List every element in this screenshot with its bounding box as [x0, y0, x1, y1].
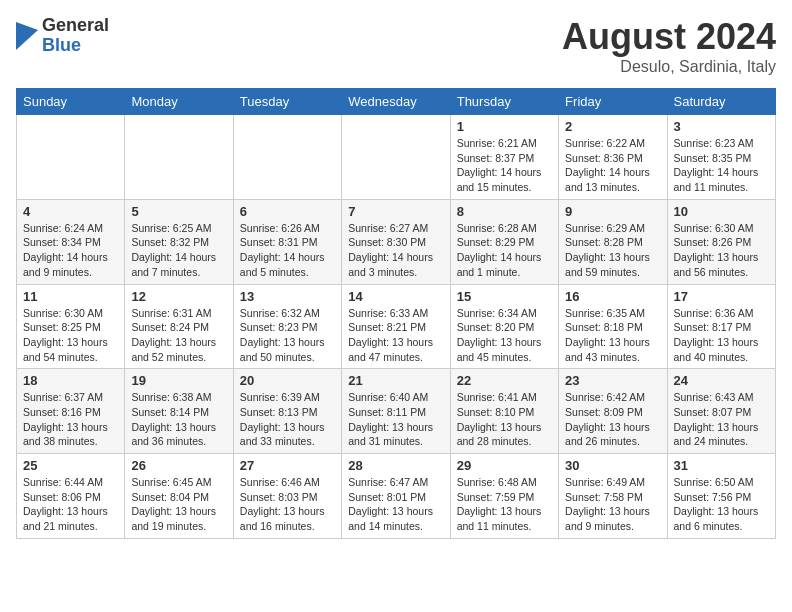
calendar-week-row: 4Sunrise: 6:24 AMSunset: 8:34 PMDaylight…	[17, 199, 776, 284]
logo: General Blue	[16, 16, 109, 56]
day-info: Sunrise: 6:44 AMSunset: 8:06 PMDaylight:…	[23, 475, 118, 534]
day-info: Sunrise: 6:32 AMSunset: 8:23 PMDaylight:…	[240, 306, 335, 365]
calendar-week-row: 11Sunrise: 6:30 AMSunset: 8:25 PMDayligh…	[17, 284, 776, 369]
day-info: Sunrise: 6:47 AMSunset: 8:01 PMDaylight:…	[348, 475, 443, 534]
calendar-cell: 11Sunrise: 6:30 AMSunset: 8:25 PMDayligh…	[17, 284, 125, 369]
day-of-week-header: Friday	[559, 89, 667, 115]
calendar-week-row: 25Sunrise: 6:44 AMSunset: 8:06 PMDayligh…	[17, 454, 776, 539]
day-info: Sunrise: 6:41 AMSunset: 8:10 PMDaylight:…	[457, 390, 552, 449]
calendar-cell: 18Sunrise: 6:37 AMSunset: 8:16 PMDayligh…	[17, 369, 125, 454]
day-info: Sunrise: 6:36 AMSunset: 8:17 PMDaylight:…	[674, 306, 769, 365]
page-header: General Blue August 2024 Desulo, Sardini…	[16, 16, 776, 76]
calendar-cell	[17, 115, 125, 200]
calendar-cell: 25Sunrise: 6:44 AMSunset: 8:06 PMDayligh…	[17, 454, 125, 539]
calendar-cell: 22Sunrise: 6:41 AMSunset: 8:10 PMDayligh…	[450, 369, 558, 454]
day-info: Sunrise: 6:21 AMSunset: 8:37 PMDaylight:…	[457, 136, 552, 195]
calendar-cell: 24Sunrise: 6:43 AMSunset: 8:07 PMDayligh…	[667, 369, 775, 454]
calendar-table: SundayMondayTuesdayWednesdayThursdayFrid…	[16, 88, 776, 539]
calendar-cell: 1Sunrise: 6:21 AMSunset: 8:37 PMDaylight…	[450, 115, 558, 200]
day-info: Sunrise: 6:30 AMSunset: 8:26 PMDaylight:…	[674, 221, 769, 280]
month-year: August 2024	[562, 16, 776, 58]
location: Desulo, Sardinia, Italy	[562, 58, 776, 76]
calendar-cell: 31Sunrise: 6:50 AMSunset: 7:56 PMDayligh…	[667, 454, 775, 539]
calendar-cell: 6Sunrise: 6:26 AMSunset: 8:31 PMDaylight…	[233, 199, 341, 284]
day-info: Sunrise: 6:34 AMSunset: 8:20 PMDaylight:…	[457, 306, 552, 365]
day-of-week-header: Sunday	[17, 89, 125, 115]
day-info: Sunrise: 6:25 AMSunset: 8:32 PMDaylight:…	[131, 221, 226, 280]
calendar-cell: 26Sunrise: 6:45 AMSunset: 8:04 PMDayligh…	[125, 454, 233, 539]
day-number: 14	[348, 289, 443, 304]
day-info: Sunrise: 6:29 AMSunset: 8:28 PMDaylight:…	[565, 221, 660, 280]
day-number: 29	[457, 458, 552, 473]
day-of-week-header: Monday	[125, 89, 233, 115]
day-number: 24	[674, 373, 769, 388]
logo-general: General	[42, 16, 109, 36]
day-number: 13	[240, 289, 335, 304]
day-number: 20	[240, 373, 335, 388]
day-of-week-header: Wednesday	[342, 89, 450, 115]
day-number: 27	[240, 458, 335, 473]
calendar-cell: 21Sunrise: 6:40 AMSunset: 8:11 PMDayligh…	[342, 369, 450, 454]
day-info: Sunrise: 6:22 AMSunset: 8:36 PMDaylight:…	[565, 136, 660, 195]
calendar-cell: 2Sunrise: 6:22 AMSunset: 8:36 PMDaylight…	[559, 115, 667, 200]
calendar-cell: 28Sunrise: 6:47 AMSunset: 8:01 PMDayligh…	[342, 454, 450, 539]
day-number: 18	[23, 373, 118, 388]
day-number: 9	[565, 204, 660, 219]
calendar-cell: 23Sunrise: 6:42 AMSunset: 8:09 PMDayligh…	[559, 369, 667, 454]
calendar-cell: 8Sunrise: 6:28 AMSunset: 8:29 PMDaylight…	[450, 199, 558, 284]
calendar-cell: 4Sunrise: 6:24 AMSunset: 8:34 PMDaylight…	[17, 199, 125, 284]
day-number: 30	[565, 458, 660, 473]
day-info: Sunrise: 6:45 AMSunset: 8:04 PMDaylight:…	[131, 475, 226, 534]
logo-text: General Blue	[42, 16, 109, 56]
day-info: Sunrise: 6:28 AMSunset: 8:29 PMDaylight:…	[457, 221, 552, 280]
day-number: 11	[23, 289, 118, 304]
day-info: Sunrise: 6:33 AMSunset: 8:21 PMDaylight:…	[348, 306, 443, 365]
calendar-cell: 19Sunrise: 6:38 AMSunset: 8:14 PMDayligh…	[125, 369, 233, 454]
day-info: Sunrise: 6:40 AMSunset: 8:11 PMDaylight:…	[348, 390, 443, 449]
day-number: 5	[131, 204, 226, 219]
calendar-cell: 12Sunrise: 6:31 AMSunset: 8:24 PMDayligh…	[125, 284, 233, 369]
calendar-cell: 14Sunrise: 6:33 AMSunset: 8:21 PMDayligh…	[342, 284, 450, 369]
calendar-header: SundayMondayTuesdayWednesdayThursdayFrid…	[17, 89, 776, 115]
calendar-cell: 13Sunrise: 6:32 AMSunset: 8:23 PMDayligh…	[233, 284, 341, 369]
day-number: 23	[565, 373, 660, 388]
day-info: Sunrise: 6:30 AMSunset: 8:25 PMDaylight:…	[23, 306, 118, 365]
day-info: Sunrise: 6:37 AMSunset: 8:16 PMDaylight:…	[23, 390, 118, 449]
logo-icon	[16, 22, 38, 50]
day-number: 16	[565, 289, 660, 304]
day-of-week-header: Saturday	[667, 89, 775, 115]
calendar-cell: 27Sunrise: 6:46 AMSunset: 8:03 PMDayligh…	[233, 454, 341, 539]
day-number: 17	[674, 289, 769, 304]
day-info: Sunrise: 6:26 AMSunset: 8:31 PMDaylight:…	[240, 221, 335, 280]
day-of-week-header: Tuesday	[233, 89, 341, 115]
title-block: August 2024 Desulo, Sardinia, Italy	[562, 16, 776, 76]
calendar-cell: 9Sunrise: 6:29 AMSunset: 8:28 PMDaylight…	[559, 199, 667, 284]
day-number: 4	[23, 204, 118, 219]
day-of-week-header: Thursday	[450, 89, 558, 115]
day-info: Sunrise: 6:48 AMSunset: 7:59 PMDaylight:…	[457, 475, 552, 534]
calendar-cell: 29Sunrise: 6:48 AMSunset: 7:59 PMDayligh…	[450, 454, 558, 539]
day-number: 31	[674, 458, 769, 473]
calendar-cell: 16Sunrise: 6:35 AMSunset: 8:18 PMDayligh…	[559, 284, 667, 369]
day-info: Sunrise: 6:23 AMSunset: 8:35 PMDaylight:…	[674, 136, 769, 195]
day-number: 28	[348, 458, 443, 473]
day-number: 3	[674, 119, 769, 134]
calendar-cell	[125, 115, 233, 200]
day-info: Sunrise: 6:27 AMSunset: 8:30 PMDaylight:…	[348, 221, 443, 280]
day-info: Sunrise: 6:49 AMSunset: 7:58 PMDaylight:…	[565, 475, 660, 534]
day-number: 25	[23, 458, 118, 473]
calendar-cell: 3Sunrise: 6:23 AMSunset: 8:35 PMDaylight…	[667, 115, 775, 200]
day-info: Sunrise: 6:43 AMSunset: 8:07 PMDaylight:…	[674, 390, 769, 449]
day-number: 12	[131, 289, 226, 304]
day-number: 19	[131, 373, 226, 388]
day-number: 26	[131, 458, 226, 473]
calendar-cell: 17Sunrise: 6:36 AMSunset: 8:17 PMDayligh…	[667, 284, 775, 369]
day-number: 7	[348, 204, 443, 219]
day-number: 2	[565, 119, 660, 134]
day-info: Sunrise: 6:42 AMSunset: 8:09 PMDaylight:…	[565, 390, 660, 449]
day-info: Sunrise: 6:38 AMSunset: 8:14 PMDaylight:…	[131, 390, 226, 449]
calendar-body: 1Sunrise: 6:21 AMSunset: 8:37 PMDaylight…	[17, 115, 776, 539]
day-info: Sunrise: 6:46 AMSunset: 8:03 PMDaylight:…	[240, 475, 335, 534]
day-info: Sunrise: 6:31 AMSunset: 8:24 PMDaylight:…	[131, 306, 226, 365]
day-number: 21	[348, 373, 443, 388]
